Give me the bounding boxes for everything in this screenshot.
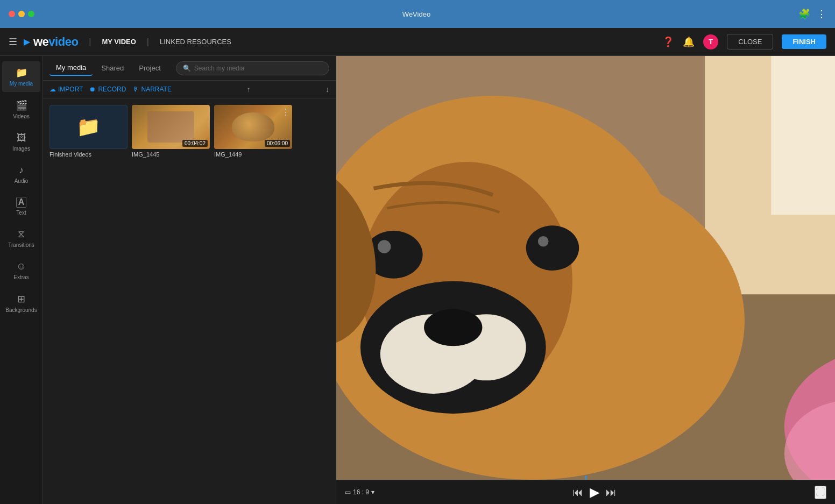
logo-text: wevideo — [33, 35, 78, 49]
video-frame — [336, 56, 835, 480]
close-traffic-light[interactable] — [9, 11, 15, 17]
nav-linked-resources[interactable]: LINKED RESOURCES — [160, 38, 231, 46]
preview-area: ▭ 16 : 9 ▾ ⏮ ▶ ⏭ ⛶ — [336, 56, 835, 504]
skip-back-button[interactable]: ⏮ — [572, 486, 583, 499]
media-item-name-1449: IMG_1449 — [214, 151, 292, 158]
sidebar-item-extras[interactable]: ☺ Extras — [2, 255, 40, 286]
sort-descending-icon[interactable]: ↓ — [325, 85, 329, 94]
aspect-ratio-label: 16 : 9 — [353, 488, 369, 496]
search-box[interactable]: 🔍 — [176, 61, 329, 75]
sidebar-item-my-media[interactable]: 📁 My media — [2, 61, 40, 92]
media-panel: My media Shared Project 🔍 ☁ IMPORT ⏺ REC… — [43, 56, 336, 504]
import-button[interactable]: ☁ IMPORT — [49, 86, 83, 93]
sidebar-item-label-text: Text — [16, 210, 26, 216]
sidebar-item-images[interactable]: 🖼 Images — [2, 127, 40, 157]
aspect-ratio-selector[interactable]: ▭ 16 : 9 ▾ — [345, 488, 374, 496]
maximize-traffic-light[interactable] — [28, 11, 34, 17]
preview-playhead — [585, 475, 586, 480]
content-area: My media Shared Project 🔍 ☁ IMPORT ⏺ REC… — [43, 56, 835, 504]
app-header: ☰ ▶ wevideo | MY VIDEO | LINKED RESOURCE… — [0, 28, 835, 56]
user-avatar[interactable]: T — [703, 34, 718, 49]
app-header-right: ❓ 🔔 T CLOSE FINISH — [662, 34, 826, 49]
more-options-icon[interactable]: ⋮ — [281, 107, 290, 117]
video-duration: 00:04:02 — [182, 140, 208, 147]
extras-icon: ☺ — [16, 261, 26, 272]
ellipsis-icon[interactable]: ⋮ — [817, 8, 826, 20]
svg-point-9 — [424, 309, 482, 346]
sidebar-item-label-videos: Videos — [13, 113, 29, 119]
media-item-name: IMG_1445 — [132, 151, 210, 158]
dog-svg — [336, 56, 835, 480]
svg-point-13 — [538, 236, 549, 247]
sidebar-item-text[interactable]: A Text — [2, 191, 40, 221]
tab-shared[interactable]: Shared — [95, 61, 130, 75]
transitions-icon: ⧖ — [18, 229, 25, 240]
sidebar-item-label-transitions: Transitions — [8, 242, 34, 248]
folder-thumbnail: 📁 — [49, 105, 128, 149]
notifications-icon[interactable]: 🔔 — [683, 36, 695, 48]
media-item-name: Finished Videos — [49, 151, 128, 158]
video-thumbnail: 00:04:02 — [132, 105, 210, 149]
playback-controls: ⏮ ▶ ⏭ — [572, 485, 617, 500]
list-item[interactable]: 00:06:00 IMG_1449 ⋮ — [214, 105, 292, 158]
finish-button[interactable]: FINISH — [782, 34, 826, 49]
video-preview — [336, 56, 835, 480]
import-icon: ☁ — [49, 86, 56, 93]
folder-icon: 📁 — [76, 116, 101, 138]
close-button[interactable]: CLOSE — [727, 34, 773, 49]
sidebar-item-label-backgrounds: Backgrounds — [5, 307, 37, 313]
narrate-label: NARRATE — [141, 86, 171, 93]
video-duration-1449: 00:06:00 — [265, 140, 290, 147]
chevron-down-icon: ▾ — [371, 488, 374, 496]
nav-my-video[interactable]: MY VIDEO — [102, 38, 136, 46]
list-item[interactable]: 00:04:02 IMG_1445 — [132, 105, 210, 158]
media-tabs: My media Shared Project 🔍 — [43, 56, 336, 81]
backgrounds-icon: ⊞ — [17, 293, 25, 305]
record-button[interactable]: ⏺ RECORD — [89, 86, 126, 93]
images-icon: 🖼 — [17, 132, 26, 144]
aspect-ratio-icon: ▭ — [345, 488, 351, 496]
list-item[interactable]: 📁 Finished Videos — [49, 105, 128, 158]
sidebar-item-backgrounds[interactable]: ⊞ Backgrounds — [2, 288, 40, 318]
sidebar-item-videos[interactable]: 🎬 Videos — [2, 94, 40, 125]
text-icon: A — [16, 197, 27, 208]
main-layout: 📁 My media 🎬 Videos 🖼 Images ♪ Audio A T… — [0, 56, 835, 504]
sidebar-item-audio[interactable]: ♪ Audio — [2, 159, 40, 189]
videos-icon: 🎬 — [16, 100, 27, 111]
search-input[interactable] — [194, 65, 322, 72]
sidebar-item-label-audio: Audio — [15, 178, 29, 184]
svg-point-12 — [378, 240, 391, 253]
help-icon[interactable]: ❓ — [662, 36, 674, 48]
sort-ascending-icon[interactable]: ↑ — [246, 85, 250, 94]
microphone-icon: 🎙 — [132, 86, 139, 93]
tab-project[interactable]: Project — [132, 61, 167, 75]
my-media-icon: 📁 — [16, 67, 27, 79]
search-icon: 🔍 — [183, 65, 191, 72]
import-label: IMPORT — [58, 86, 83, 93]
logo-play-icon: ▶ — [24, 37, 30, 47]
record-icon: ⏺ — [89, 86, 96, 93]
title-bar: WeVideo 🧩 ⋮ — [0, 0, 835, 28]
sidebar-item-label-images: Images — [12, 146, 30, 152]
svg-rect-17 — [771, 56, 835, 215]
sidebar-item-transitions[interactable]: ⧖ Transitions — [2, 223, 40, 253]
sidebar: 📁 My media 🎬 Videos 🖼 Images ♪ Audio A T… — [0, 56, 43, 504]
fullscreen-button[interactable]: ⛶ — [815, 486, 826, 499]
skip-forward-button[interactable]: ⏭ — [606, 486, 617, 499]
logo: ▶ wevideo — [24, 35, 78, 49]
play-button[interactable]: ▶ — [590, 485, 599, 500]
preview-controls: ▭ 16 : 9 ▾ ⏮ ▶ ⏭ ⛶ — [336, 480, 835, 504]
narrate-button[interactable]: 🎙 NARRATE — [132, 86, 171, 93]
svg-point-11 — [526, 225, 579, 271]
sidebar-item-label-my-media: My media — [10, 81, 33, 87]
tab-my-media[interactable]: My media — [49, 60, 93, 76]
hamburger-button[interactable]: ☰ — [9, 36, 17, 48]
puzzle-icon[interactable]: 🧩 — [798, 8, 810, 20]
minimize-traffic-light[interactable] — [18, 11, 25, 17]
nav-divider: | — [89, 37, 91, 47]
media-toolbar: ☁ IMPORT ⏺ RECORD 🎙 NARRATE ↑ ↓ — [43, 81, 336, 98]
traffic-lights — [9, 11, 34, 17]
sidebar-item-label-extras: Extras — [13, 274, 29, 280]
video-thumbnail: 00:06:00 — [214, 105, 292, 149]
title-bar-left — [9, 11, 34, 17]
